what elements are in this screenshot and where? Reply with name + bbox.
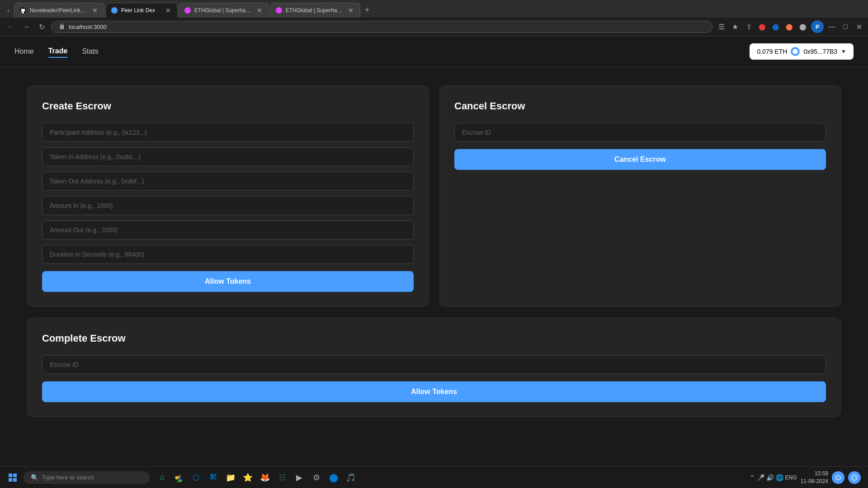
duration-input[interactable]	[42, 245, 414, 264]
wallet-badge[interactable]: 0.079 ETH 0x95...77B3 ▼	[750, 43, 854, 60]
top-nav: Home Trade Stats 0.079 ETH 0x95...77B3 ▼	[0, 36, 868, 67]
start-button[interactable]	[4, 469, 22, 487]
nav-trade[interactable]: Trade	[48, 45, 68, 58]
taskbar-pinned-icons: ♫ ⬡ 🛠 📁 ⭐ 🦊 ☷ ▶ ⚙ ⬤ 🎵	[154, 469, 359, 486]
taskbar-chrome-icon[interactable]	[171, 469, 187, 486]
browser-profile-icon[interactable]: P	[811, 20, 824, 33]
ethglobal2-tab-icon	[276, 7, 282, 14]
tab-peerdex-title: Peer Link Dex	[121, 7, 161, 14]
taskbar-spotify-icon[interactable]: ♫	[154, 469, 170, 486]
create-escrow-panel: Create Escrow Allow Tokens	[27, 85, 429, 307]
cancel-escrow-title: Cancel Escrow	[454, 100, 826, 112]
nav-stats[interactable]: Stats	[82, 46, 98, 57]
star-icon[interactable]: ★	[730, 21, 741, 32]
browser-actions: ☰ ★ ⇧ ⬤ ⬤ ⬤ ⬤ P — □ ✕	[716, 20, 864, 33]
address-bar[interactable]: localhost:3000	[51, 21, 712, 33]
cancel-escrow-button[interactable]: Cancel Escrow	[454, 149, 826, 170]
taskbar-right: ⌃ 🎤 🔊 🌐 ENG 15:59 11-08-2024	[750, 470, 864, 485]
reload-button[interactable]: ↻	[36, 21, 47, 33]
nav-home[interactable]: Home	[14, 46, 34, 57]
tab-github-title: Noveleader/PeerLinkDex-Super...	[30, 7, 88, 14]
taskbar-speaker-icon[interactable]: 🔊	[766, 474, 774, 481]
extensions-icon[interactable]: ☰	[716, 21, 727, 32]
ext-icon-2[interactable]: ⬤	[770, 21, 781, 32]
taskbar-network-icon[interactable]: 🌐	[776, 474, 783, 481]
svg-rect-3	[9, 478, 12, 482]
escrow-id-cancel-input[interactable]	[454, 123, 826, 142]
taskbar-teams-icon[interactable]: ⭐	[240, 469, 256, 486]
ext-icon-3[interactable]: ⬤	[784, 21, 795, 32]
forward-button[interactable]: →	[20, 21, 33, 33]
taskbar-vscode-icon[interactable]: 🛠	[205, 469, 222, 486]
share-icon[interactable]: ⇧	[743, 21, 754, 32]
taskbar-sys-icons: ⌃ 🎤 🔊 🌐 ENG	[750, 474, 797, 481]
tab-ethglobal2-close[interactable]: ✕	[347, 6, 354, 15]
taskbar-media2-icon[interactable]: 🎵	[343, 469, 359, 486]
svg-point-6	[853, 477, 854, 478]
ext-icon-4[interactable]: ⬤	[797, 21, 808, 32]
taskbar-explorer-icon[interactable]: 📁	[222, 469, 239, 486]
back-button[interactable]: ←	[4, 21, 16, 33]
svg-rect-1	[9, 474, 12, 477]
cancel-escrow-panel: Cancel Escrow Cancel Escrow	[439, 85, 841, 307]
tab-ethglobal2-title: ETHGlobal | Superhack 2024	[286, 7, 344, 14]
taskbar: 🔍 Type here to search ♫ ⬡ 🛠 📁 ⭐ 🦊 ☷ ▶ ⚙ …	[0, 466, 868, 488]
taskbar-up-arrow-icon[interactable]: ⌃	[750, 474, 755, 481]
app-content: Home Trade Stats 0.079 ETH 0x95...77B3 ▼…	[0, 36, 868, 483]
tab-github-close[interactable]: ✕	[91, 6, 99, 15]
amount-out-input[interactable]	[42, 221, 414, 239]
taskbar-store-icon[interactable]: ⬤	[326, 469, 342, 486]
lock-icon	[59, 23, 65, 30]
taskbar-settings-icon[interactable]: ⚙	[308, 469, 325, 486]
tab-peerdex[interactable]: Peer Link Dex ✕	[105, 3, 178, 18]
create-escrow-title: Create Escrow	[42, 100, 414, 112]
taskbar-search-box[interactable]: 🔍 Type here to search	[24, 471, 150, 484]
taskbar-date: 11-08-2024	[801, 478, 828, 485]
complete-escrow-title: Complete Escrow	[42, 333, 826, 344]
token-in-address-input[interactable]	[42, 147, 414, 166]
taskbar-time: 15:59	[801, 470, 828, 478]
complete-escrow-panel: Complete Escrow Allow Tokens	[27, 318, 841, 417]
new-tab-button[interactable]: +	[361, 4, 373, 17]
tab-ethglobal1-close[interactable]: ✕	[256, 6, 263, 15]
close-browser-icon[interactable]: ✕	[854, 21, 864, 32]
svg-point-0	[793, 49, 798, 54]
taskbar-assistant-icon[interactable]	[848, 471, 861, 484]
tab-github[interactable]: Noveleader/PeerLinkDex-Super... ✕	[14, 3, 104, 18]
tab-peerdex-close[interactable]: ✕	[165, 6, 172, 15]
taskbar-notification-icon[interactable]	[832, 471, 844, 484]
svg-rect-2	[13, 474, 17, 477]
taskbar-firefox-icon[interactable]: 🦊	[257, 469, 273, 486]
peerdex-tab-icon	[111, 7, 118, 14]
wallet-balance: 0.079 ETH	[757, 48, 787, 55]
token-out-address-input[interactable]	[42, 172, 414, 191]
amount-in-input[interactable]	[42, 196, 414, 215]
tab-scroll-left[interactable]: ‹	[4, 5, 13, 16]
complete-allow-tokens-button[interactable]: Allow Tokens	[42, 381, 826, 402]
wallet-dropdown-arrow-icon: ▼	[841, 48, 846, 55]
main-area: Create Escrow Allow Tokens Cancel Escrow…	[0, 67, 868, 435]
nav-links: Home Trade Stats	[14, 45, 99, 58]
participant-address-input[interactable]	[42, 123, 414, 142]
taskbar-clock[interactable]: 15:59 11-08-2024	[801, 470, 828, 485]
panels-row-top: Create Escrow Allow Tokens Cancel Escrow…	[27, 85, 841, 307]
ext-icon-1[interactable]: ⬤	[757, 21, 768, 32]
escrow-id-complete-input[interactable]	[42, 355, 826, 374]
taskbar-mic-icon[interactable]: 🎤	[757, 474, 764, 481]
wallet-avatar	[791, 47, 800, 56]
minimize-icon[interactable]: —	[826, 21, 837, 32]
tab-ethglobal-2[interactable]: ETHGlobal | Superhack 2024 ✕	[270, 3, 360, 18]
maximize-icon[interactable]: □	[840, 21, 851, 32]
taskbar-edge-icon[interactable]: ⬡	[188, 469, 204, 486]
tab-ethglobal-1[interactable]: ETHGlobal | Superhack 2024 ✕	[179, 3, 269, 18]
github-tab-icon	[20, 7, 26, 14]
browser-chrome: ‹ Noveleader/PeerLinkDex-Super... ✕ Peer…	[0, 0, 868, 36]
taskbar-media-icon[interactable]: ▶	[291, 469, 307, 486]
taskbar-excel-icon[interactable]: ☷	[274, 469, 290, 486]
address-bar-row: ← → ↻ localhost:3000 ☰ ★ ⇧ ⬤ ⬤ ⬤ ⬤ P — □…	[0, 18, 868, 36]
svg-point-7	[855, 477, 856, 478]
ethglobal1-tab-icon	[184, 7, 191, 14]
taskbar-lang-label: ENG	[785, 474, 797, 481]
address-text: localhost:3000	[69, 23, 107, 30]
allow-tokens-button[interactable]: Allow Tokens	[42, 271, 414, 292]
